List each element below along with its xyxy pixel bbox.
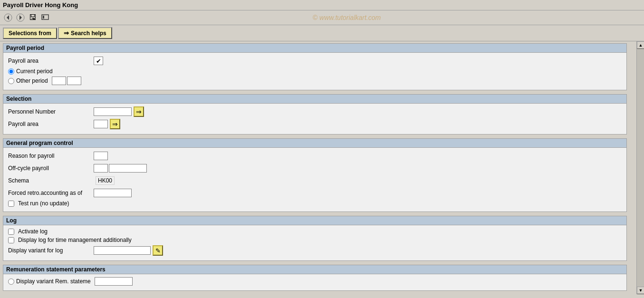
off-cycle-input1[interactable] xyxy=(94,164,108,173)
svg-rect-5 xyxy=(43,16,44,19)
test-run-label: Test run (no update) xyxy=(18,200,69,207)
display-variant-log-input[interactable] xyxy=(94,246,151,255)
forward-icon[interactable] xyxy=(15,12,26,23)
back-icon[interactable] xyxy=(3,12,13,23)
selection-payroll-area-row: Payroll area ⇒ xyxy=(8,119,622,129)
selection-payroll-area-label: Payroll area xyxy=(8,121,94,127)
search-helps-button[interactable]: ⇒ Search helps xyxy=(58,27,112,39)
payroll-period-body: Payroll area ✔ Current period Other peri… xyxy=(3,53,626,90)
other-period-input2[interactable] xyxy=(67,77,81,85)
current-period-radio[interactable] xyxy=(8,68,14,75)
scroll-up-button[interactable]: ▲ xyxy=(637,41,644,49)
forced-retro-label: Forced retro.accounting as of xyxy=(8,190,94,196)
display-log-checkbox[interactable] xyxy=(8,237,14,243)
schema-label: Schema xyxy=(8,177,94,184)
selection-section: Selection Personnel Number ⇒ Payroll are… xyxy=(3,94,627,135)
scrollbar: ▲ ▼ xyxy=(636,41,644,294)
watermark: © www.tutorialkart.com xyxy=(52,14,641,21)
activate-log-checkbox[interactable] xyxy=(8,229,14,235)
activate-log-label: Activate log xyxy=(18,228,48,235)
reason-for-payroll-row: Reason for payroll xyxy=(8,151,622,161)
schema-value: HK00 xyxy=(96,176,115,185)
toolbar: 🖫 © www.tutorialkart.com xyxy=(0,10,644,25)
selection-header: Selection xyxy=(3,95,626,104)
selection-body: Personnel Number ⇒ Payroll area ⇒ xyxy=(3,104,626,134)
activate-log-row: Activate log xyxy=(8,228,622,235)
general-program-control-header: General program control xyxy=(3,139,626,148)
display-variant-log-row: Display variant for log ✎ xyxy=(8,245,622,256)
main-content: Payroll period Payroll area ✔ Current pe… xyxy=(0,41,636,294)
personnel-number-row: Personnel Number ⇒ xyxy=(8,106,622,117)
off-cycle-payroll-label: Off-cycle payroll xyxy=(8,165,94,172)
other-period-row: Other period xyxy=(8,77,622,85)
off-cycle-payroll-row: Off-cycle payroll xyxy=(8,163,622,173)
other-period-inputs xyxy=(52,77,81,85)
selection-payroll-area-arrow-btn[interactable]: ⇒ xyxy=(110,119,120,129)
arrow-icon: ⇒ xyxy=(64,29,69,37)
payroll-area-label: Payroll area xyxy=(8,58,94,64)
selections-from-button[interactable]: Selections from xyxy=(3,28,57,39)
payroll-area-checkbox[interactable]: ✔ xyxy=(94,57,103,65)
search-helps-label: Search helps xyxy=(71,30,106,37)
display-variant-rem-row: Display variant Rem. stateme xyxy=(8,277,622,286)
current-period-row: Current period xyxy=(8,68,622,75)
test-run-checkbox[interactable] xyxy=(8,201,14,207)
schema-row: Schema HK00 xyxy=(8,175,622,186)
log-body: Activate log Display log for time manage… xyxy=(3,225,626,260)
title-bar: Payroll Driver Hong Kong xyxy=(0,0,644,10)
test-run-row: Test run (no update) xyxy=(8,200,622,207)
display-log-label: Display log for time management addition… xyxy=(18,237,132,243)
general-program-control-section: General program control Reason for payro… xyxy=(3,138,627,212)
remuneration-section: Remuneration statement parameters Displa… xyxy=(3,265,627,291)
other-period-input1[interactable] xyxy=(52,77,66,85)
general-program-control-body: Reason for payroll Off-cycle payroll Sch… xyxy=(3,148,626,211)
current-period-label: Current period xyxy=(16,68,53,75)
personnel-number-label: Personnel Number xyxy=(8,108,94,115)
display-variant-rem-label: Display variant Rem. stateme xyxy=(16,278,91,285)
save-icon[interactable]: 🖫 xyxy=(28,12,38,23)
remuneration-body: Display variant Rem. stateme xyxy=(3,274,626,290)
other-period-radio[interactable] xyxy=(8,78,14,84)
personnel-number-arrow-btn[interactable]: ⇒ xyxy=(134,106,144,117)
display-variant-log-pencil-btn[interactable]: ✎ xyxy=(153,245,163,256)
display-log-row: Display log for time management addition… xyxy=(8,237,622,243)
off-cycle-input2[interactable] xyxy=(109,164,147,173)
action-bar: Selections from ⇒ Search helps xyxy=(0,25,644,41)
display-variant-rem-radio[interactable] xyxy=(8,279,14,285)
off-cycle-inputs xyxy=(94,164,147,173)
reason-for-payroll-label: Reason for payroll xyxy=(8,153,94,159)
scroll-track xyxy=(637,49,644,287)
display-variant-rem-input[interactable] xyxy=(95,277,133,286)
forced-retro-input[interactable] xyxy=(94,189,132,197)
reason-for-payroll-input[interactable] xyxy=(94,152,108,160)
selection-payroll-area-input[interactable] xyxy=(94,120,108,128)
local-layout-icon[interactable] xyxy=(40,12,50,23)
other-period-label: Other period xyxy=(16,77,48,84)
selections-from-label: Selections from xyxy=(9,30,51,37)
display-variant-log-label: Display variant for log xyxy=(8,247,94,254)
log-header: Log xyxy=(3,216,626,225)
forced-retro-row: Forced retro.accounting as of xyxy=(8,188,622,198)
log-section: Log Activate log Display log for time ma… xyxy=(3,216,627,261)
payroll-period-section: Payroll period Payroll area ✔ Current pe… xyxy=(3,43,627,90)
scroll-down-button[interactable]: ▼ xyxy=(637,287,644,294)
personnel-number-input[interactable] xyxy=(94,107,132,116)
payroll-area-row: Payroll area ✔ xyxy=(8,56,622,66)
remuneration-header: Remuneration statement parameters xyxy=(3,265,626,274)
window-title: Payroll Driver Hong Kong xyxy=(3,1,78,9)
payroll-period-header: Payroll period xyxy=(3,44,626,53)
